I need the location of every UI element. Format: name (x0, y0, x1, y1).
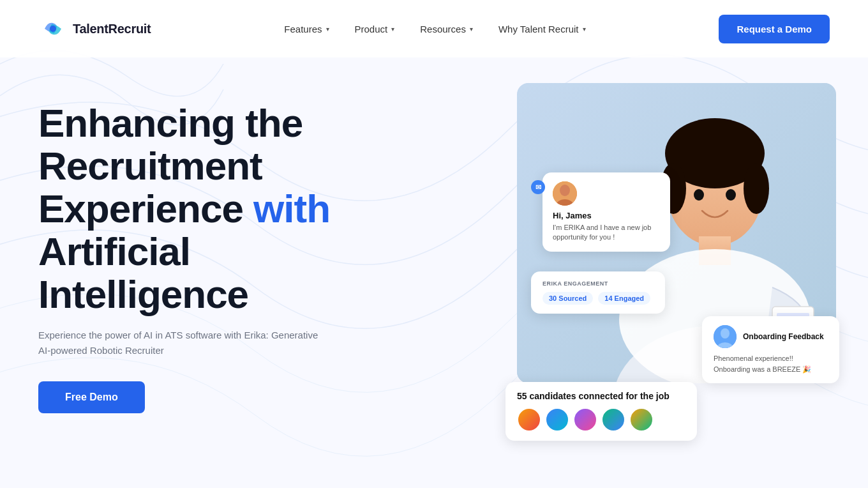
onboarding-avatar (714, 325, 737, 348)
engaged-count: 14 Engaged (598, 292, 650, 305)
chevron-down-icon: ▾ (391, 26, 394, 33)
hero-title-line2: Recruitment (38, 144, 262, 188)
logo-link[interactable]: TalentRecruit (38, 14, 151, 43)
svg-point-11 (726, 189, 736, 201)
sourced-count: 30 Sourced (542, 292, 593, 305)
hero-section: Enhancing the Recruitment Experience wit… (0, 57, 868, 488)
navbar: TalentRecruit Features ▾ Product ▾ Resou… (0, 0, 868, 57)
hero-title: Enhancing the Recruitment Experience wit… (38, 102, 474, 316)
candidate-avatar-1 (517, 408, 541, 432)
chevron-down-icon: ▾ (583, 26, 586, 33)
hero-right: ✉ Hi, James I'm ERIKA and I have a new j… (474, 83, 830, 447)
nav-item-why[interactable]: Why Talent Recruit ▾ (498, 24, 586, 34)
free-demo-button[interactable]: Free Demo (38, 381, 145, 413)
candidate-avatar-2 (545, 408, 569, 432)
hero-title-line3: Experience (38, 187, 243, 231)
request-demo-button[interactable]: Request a Demo (719, 15, 830, 43)
chat-avatar (553, 181, 577, 206)
svg-point-20 (721, 328, 730, 339)
onboarding-header: Onboarding Feedback (714, 325, 828, 348)
nav-item-product[interactable]: Product ▾ (355, 24, 395, 34)
candidate-avatar-4 (601, 408, 625, 432)
candidate-avatars (517, 408, 685, 432)
hero-title-line4: Artificial (38, 229, 190, 273)
svg-point-1 (50, 26, 56, 32)
engagement-stats: 30 Sourced 14 Engaged (542, 292, 654, 305)
nav-links: Features ▾ Product ▾ Resources ▾ Why Tal… (284, 24, 585, 34)
logo-icon (38, 14, 68, 43)
engagement-label: ERIKA ENGAGEMENT (542, 280, 654, 287)
chat-indicator-dot: ✉ (531, 180, 545, 194)
chevron-down-icon: ▾ (326, 26, 329, 33)
nav-item-resources[interactable]: Resources ▾ (420, 24, 473, 34)
hero-title-with: with (253, 187, 330, 231)
chat-bubble-name: Hi, James (553, 211, 660, 220)
candidate-avatar-5 (629, 408, 654, 432)
logo-text: TalentRecruit (73, 22, 151, 36)
chat-bubble-text: I'm ERIKA and I have a new job opportuni… (553, 223, 660, 243)
candidates-title: 55 candidates connected for the job (517, 391, 685, 401)
onboarding-text: Phenomenal experience!! Onboarding was a… (714, 353, 828, 374)
hero-title-line1: Enhancing the (38, 101, 303, 145)
onboarding-title: Onboarding Feedback (743, 332, 824, 341)
candidate-avatar-3 (573, 408, 597, 432)
svg-point-10 (694, 189, 704, 201)
onboarding-card: Onboarding Feedback Phenomenal experienc… (702, 316, 839, 383)
candidates-card: 55 candidates connected for the job (505, 382, 697, 441)
hero-left: Enhancing the Recruitment Experience wit… (38, 83, 474, 413)
nav-item-features[interactable]: Features ▾ (284, 24, 329, 34)
svg-point-17 (560, 185, 570, 196)
svg-point-7 (744, 163, 769, 214)
chevron-down-icon: ▾ (470, 26, 473, 33)
chat-bubble-card: Hi, James I'm ERIKA and I have a new job… (542, 172, 670, 252)
hero-subtitle: Experience the power of AI in ATS softwa… (38, 328, 332, 358)
engagement-card: ERIKA ENGAGEMENT 30 Sourced 14 Engaged (531, 271, 665, 314)
hero-title-line5: Intelligence (38, 272, 248, 316)
